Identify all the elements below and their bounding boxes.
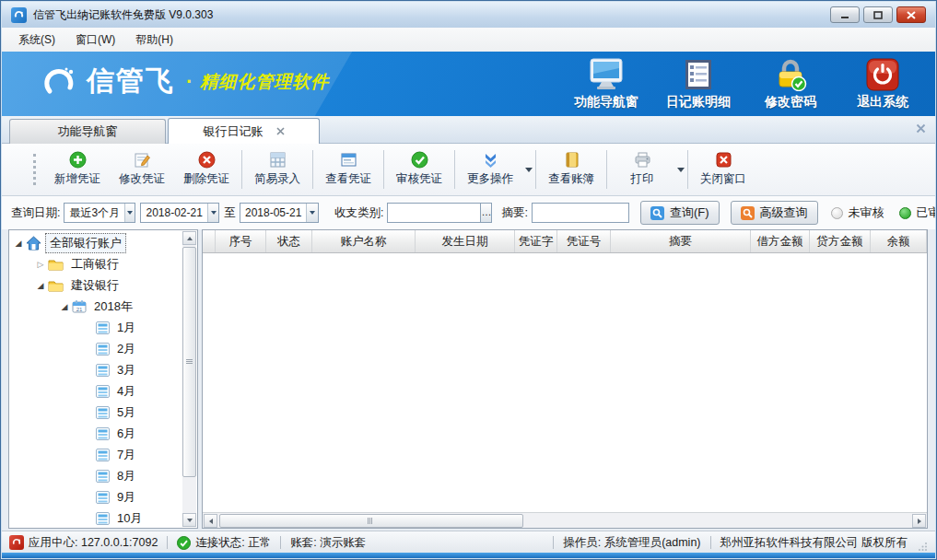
calendar-icon: 21: [72, 299, 87, 313]
tree-item-month[interactable]: 6月: [9, 423, 182, 444]
column-header[interactable]: 凭证字: [515, 230, 557, 252]
toolbar-separator: [312, 150, 313, 189]
maximize-button[interactable]: [863, 6, 893, 23]
delete-voucher-button[interactable]: 删除凭证: [174, 147, 239, 192]
month-icon: [96, 512, 110, 525]
tree-item-all-accounts[interactable]: ◢ 全部银行账户: [9, 232, 182, 253]
scroll-up-icon[interactable]: [182, 231, 196, 245]
exit-system-button[interactable]: 退出系统: [843, 57, 922, 112]
tree-item-month[interactable]: 4月: [9, 380, 182, 402]
journal-detail-button[interactable]: 日记账明细: [659, 57, 738, 112]
tab-label: 银行日记账: [204, 123, 264, 140]
column-header[interactable]: 余额: [871, 230, 927, 252]
tab-close-icon[interactable]: [276, 127, 285, 135]
app-logo-red-icon: [9, 535, 24, 550]
tree-item-year-2018[interactable]: ◢ 21 2018年: [9, 296, 182, 317]
tabstrip-close-icon[interactable]: [916, 123, 926, 134]
summary-label: 摘要:: [501, 205, 527, 221]
column-header[interactable]: 借方金额: [751, 230, 810, 252]
column-header[interactable]: 贷方金额: [810, 230, 871, 252]
home-icon: [26, 236, 41, 251]
summary-input[interactable]: [532, 203, 629, 223]
month-icon: [96, 406, 110, 419]
menu-system[interactable]: 系统(S): [9, 29, 64, 51]
print-dropdown-icon[interactable]: [677, 168, 685, 172]
tree-item-month[interactable]: 8月: [9, 465, 182, 486]
column-header[interactable]: 账户名称: [312, 230, 416, 252]
tree-item-ccb[interactable]: ◢ 建设银行: [9, 274, 182, 296]
print-button[interactable]: 打印: [610, 147, 674, 192]
close-window-button[interactable]: 关闭窗口: [691, 147, 755, 192]
minimize-button[interactable]: [830, 6, 860, 23]
tab-bank-journal[interactable]: 银行日记账: [168, 118, 320, 144]
edit-voucher-button[interactable]: 修改凭证: [110, 147, 174, 192]
tree-item-month[interactable]: 7月: [9, 444, 182, 465]
chevron-down-icon[interactable]: [306, 204, 318, 222]
column-header[interactable]: 摘要: [611, 230, 751, 252]
tab-nav-window[interactable]: 功能导航窗: [9, 119, 166, 144]
view-ledger-button[interactable]: 查看账簿: [539, 147, 603, 192]
scrollbar-thumb[interactable]: [219, 514, 523, 528]
quick-entry-button[interactable]: 简易录入: [245, 147, 310, 192]
toolbar-separator: [241, 150, 242, 189]
unaudited-dot-icon: [831, 207, 843, 219]
tree-item-month[interactable]: 5月: [9, 402, 182, 423]
view-voucher-button[interactable]: 查看凭证: [316, 147, 381, 192]
query-button[interactable]: 查询(F): [640, 201, 720, 225]
tree-item-month[interactable]: 10月: [9, 508, 182, 529]
toolbar-separator: [454, 150, 455, 189]
more-actions-dropdown-icon[interactable]: [525, 168, 533, 172]
table-header-row: 序号 状态 账户名称 发生日期 凭证字 凭证号 摘要 借方金额 贷方金额 余额: [203, 230, 927, 253]
expander-expanded-icon[interactable]: ◢: [13, 239, 24, 248]
expander-collapsed-icon[interactable]: ▷: [35, 260, 46, 269]
scroll-right-icon[interactable]: [912, 514, 926, 528]
expander-expanded-icon[interactable]: ◢: [59, 302, 70, 311]
app-logo-icon: [11, 7, 27, 23]
tree-item-icbc[interactable]: ▷ 工商银行: [9, 253, 182, 274]
date-to-picker[interactable]: 2018-05-21: [240, 203, 319, 223]
status-separator: [167, 536, 168, 549]
audited-dot-icon: [899, 207, 911, 219]
date-preset-select[interactable]: 最近3个月: [64, 203, 135, 223]
scrollbar-thumb[interactable]: [182, 247, 196, 477]
table-horizontal-scrollbar[interactable]: [203, 512, 927, 528]
audit-voucher-button[interactable]: 审核凭证: [387, 147, 451, 192]
chevron-down-icon[interactable]: [207, 204, 219, 222]
column-header[interactable]: 序号: [216, 230, 266, 252]
status-separator: [553, 536, 554, 549]
column-header[interactable]: 状态: [266, 230, 312, 252]
category-label: 收支类别:: [334, 205, 383, 221]
tab-strip: 功能导航窗 银行日记账: [2, 116, 935, 144]
tree-vertical-scrollbar[interactable]: [182, 231, 196, 527]
scroll-left-icon[interactable]: [204, 514, 217, 528]
menu-window[interactable]: 窗口(W): [66, 29, 124, 51]
scroll-down-icon[interactable]: [182, 513, 196, 527]
add-voucher-button[interactable]: 新增凭证: [45, 147, 110, 192]
svg-text:21: 21: [76, 307, 83, 312]
expander-expanded-icon[interactable]: ◢: [35, 281, 46, 290]
edit-icon: [134, 150, 151, 169]
date-from-picker[interactable]: 2018-02-21: [140, 203, 219, 223]
close-button[interactable]: [896, 6, 926, 23]
tree-item-month[interactable]: 1月: [9, 317, 182, 338]
more-actions-button[interactable]: 更多操作: [458, 147, 522, 192]
chevron-down-icon[interactable]: [124, 204, 135, 222]
table-body-empty: [203, 253, 927, 512]
change-password-button[interactable]: 修改密码: [751, 57, 830, 112]
tree-item-month[interactable]: 2月: [9, 338, 182, 359]
tree-item-month[interactable]: 3月: [9, 359, 182, 380]
toolbar-separator: [383, 150, 384, 189]
operator-status: 操作员: 系统管理员(admin): [563, 535, 700, 551]
advanced-query-button[interactable]: 高级查询: [731, 201, 818, 225]
column-header[interactable]: 凭证号: [557, 230, 611, 252]
nav-window-button[interactable]: 功能导航窗: [567, 57, 646, 112]
banner-buttons: 功能导航窗 日记账明细 修改密码 退出系统: [567, 57, 922, 112]
audited-label: 已审核: [917, 204, 935, 221]
category-input[interactable]: [387, 203, 481, 223]
tree-item-month[interactable]: 9月: [9, 486, 182, 508]
column-header[interactable]: 发生日期: [416, 230, 515, 252]
month-icon: [96, 449, 110, 461]
month-icon: [96, 364, 110, 377]
menu-help[interactable]: 帮助(H): [126, 29, 182, 51]
category-lookup-button[interactable]: …: [481, 203, 492, 223]
